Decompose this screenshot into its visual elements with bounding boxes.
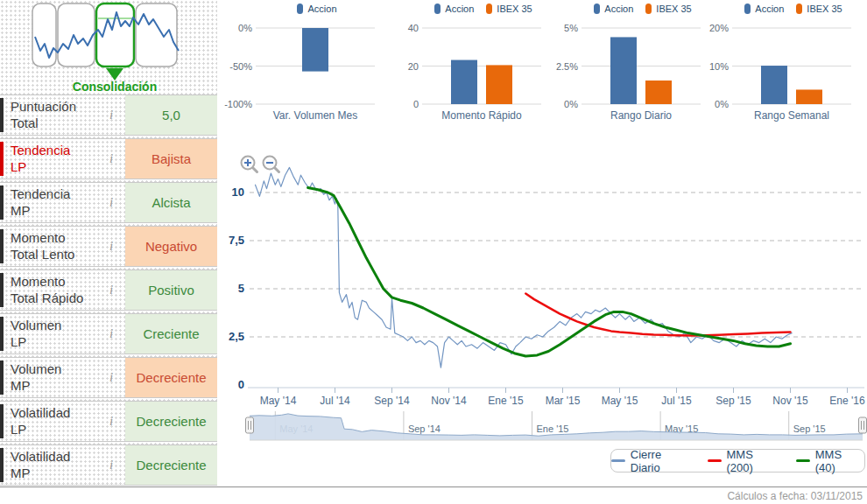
info-icon[interactable]: i bbox=[97, 139, 125, 178]
mms200-line bbox=[525, 294, 790, 336]
mini-chart-plot: 40200Momento Rápido bbox=[391, 16, 546, 124]
y-axis-label: 10 bbox=[232, 186, 244, 199]
sidebar-row-momento-total-lento: Momento Total Lento i Negativo bbox=[0, 226, 217, 267]
info-icon[interactable]: i bbox=[97, 314, 125, 354]
pattern-card-2 bbox=[58, 4, 95, 66]
y-tick-label: 0 bbox=[413, 99, 419, 109]
sidebar-row-volatilidad-mp: Volatilidad MP i Decreciente bbox=[0, 444, 217, 486]
legend-item-accion[interactable]: Accion bbox=[297, 4, 336, 14]
row-value-badge: Negativo bbox=[125, 227, 217, 266]
mini-chart-legend: AccionIBEX 35 bbox=[574, 2, 711, 16]
bar-ibex-35 bbox=[645, 80, 672, 104]
y-tick-label: 0% bbox=[238, 23, 252, 33]
legend-item-accion[interactable]: Accion bbox=[594, 4, 633, 14]
x-axis-label: Jul '14 bbox=[320, 395, 350, 407]
x-axis-label: Nov '15 bbox=[772, 395, 808, 407]
navigator-label: Sep '14 bbox=[408, 424, 441, 434]
mini-chart-title: Rango Semanal bbox=[754, 109, 829, 122]
row-value-badge: Positivo bbox=[125, 270, 217, 310]
navigator-label: Ene '15 bbox=[537, 424, 569, 434]
y-axis-label: 0 bbox=[238, 378, 244, 391]
row-value-badge: Creciente bbox=[125, 314, 217, 354]
main-chart-plot: 107,552,50May '14Jul '14Sep '14Nov '14En… bbox=[223, 149, 867, 411]
x-axis-label: Nov '14 bbox=[431, 395, 467, 407]
legend-marker bbox=[645, 4, 652, 14]
legend-label: Cierre Diario bbox=[631, 448, 694, 474]
legend-marker bbox=[611, 459, 625, 462]
sidebar: Consolidación Puntuación Total i 5,0 Ten… bbox=[0, 0, 217, 486]
x-axis-label: Ene '15 bbox=[488, 395, 524, 407]
x-axis-label: May '15 bbox=[602, 395, 638, 407]
y-tick-label: 0% bbox=[564, 99, 578, 109]
chart-navigator[interactable]: May '14Sep '14Ene '15May '15Sep '15 bbox=[223, 411, 867, 443]
legend-label: IBEX 35 bbox=[497, 4, 532, 14]
legend-item-ibex-35[interactable]: IBEX 35 bbox=[486, 4, 532, 14]
mini-chart-var-volumen-mes: Accion 0%-50%-100%Var. Volumen Mes bbox=[224, 2, 385, 128]
legend-item-accion[interactable]: Accion bbox=[744, 4, 784, 14]
navigator-left-handle[interactable] bbox=[246, 417, 254, 433]
row-value-badge: Decreciente bbox=[125, 402, 217, 441]
navigator-plot: May '14Sep '14Ene '15May '15Sep '15 bbox=[223, 411, 867, 443]
row-value-badge: Decreciente bbox=[125, 358, 217, 397]
info-icon[interactable]: i bbox=[97, 358, 125, 397]
info-icon[interactable]: i bbox=[97, 95, 125, 135]
pattern-cards bbox=[32, 4, 177, 66]
footer-divider bbox=[0, 486, 867, 487]
legend-label: Accion bbox=[755, 4, 784, 14]
legend-item-ibex-35[interactable]: IBEX 35 bbox=[796, 4, 842, 14]
legend-item-accion[interactable]: Accion bbox=[434, 4, 474, 14]
info-icon[interactable]: i bbox=[97, 402, 125, 441]
dashboard-page: Consolidación Puntuación Total i 5,0 Ten… bbox=[0, 0, 867, 504]
row-value-badge: Decreciente bbox=[125, 445, 217, 485]
bar-ibex-35 bbox=[796, 89, 822, 104]
zoom-in-icon[interactable] bbox=[242, 157, 257, 172]
row-value-badge: 5,0 bbox=[125, 95, 217, 135]
y-axis-label: 7,5 bbox=[229, 234, 244, 247]
row-label: Volatilidad LP bbox=[4, 402, 97, 441]
mini-chart-rango-semanal: AccionIBEX 35 20%10%0%Rango Semanal bbox=[701, 2, 862, 128]
mini-chart-rango-diario: AccionIBEX 35 5%2.5%0%Rango Diario bbox=[550, 2, 711, 128]
bar-ibex-35 bbox=[486, 65, 512, 104]
x-axis-label: May '14 bbox=[260, 395, 297, 407]
main-price-chart: 107,552,50May '14Jul '14Sep '14Nov '14En… bbox=[223, 149, 867, 411]
legend-label: IBEX 35 bbox=[807, 4, 842, 14]
info-icon[interactable]: i bbox=[97, 445, 125, 485]
info-icon[interactable]: i bbox=[97, 270, 125, 310]
legend-label: Accion bbox=[604, 4, 633, 14]
navigator-right-handle[interactable] bbox=[859, 417, 867, 433]
sidebar-row-momento-total-r-pido: Momento Total Rápido i Positivo bbox=[0, 270, 217, 311]
info-icon[interactable]: i bbox=[97, 227, 125, 266]
y-tick-label: 10% bbox=[709, 61, 729, 72]
info-icon[interactable]: i bbox=[97, 183, 125, 222]
pattern-pointer-icon bbox=[106, 68, 123, 80]
row-label: Momento Total Rápido bbox=[4, 270, 97, 310]
legend-marker bbox=[297, 4, 303, 14]
legend-marker bbox=[796, 459, 810, 462]
mini-chart-title: Momento Rápido bbox=[441, 109, 522, 122]
legend-marker bbox=[744, 4, 751, 14]
row-label: Volumen LP bbox=[4, 314, 97, 354]
y-tick-label: -100% bbox=[224, 99, 252, 109]
mini-chart-title: Rango Diario bbox=[610, 109, 672, 122]
legend-item-mms-40[interactable]: MMS (40) bbox=[796, 448, 864, 474]
sidebar-row-puntuaci-n-total: Puntuación Total i 5,0 bbox=[0, 94, 217, 136]
row-label: Volatilidad MP bbox=[4, 445, 97, 485]
sidebar-row-tendencia-mp: Tendencia MP i Alcista bbox=[0, 182, 217, 223]
sidebar-row-tendencia-lp: Tendencia LP i Bajista bbox=[0, 138, 217, 179]
legend-item-mms-200[interactable]: MMS (200) bbox=[708, 448, 782, 474]
y-tick-label: 5% bbox=[564, 23, 578, 33]
zoom-out-icon[interactable] bbox=[264, 157, 279, 172]
bar-accion bbox=[302, 28, 328, 72]
mini-chart-legend: AccionIBEX 35 bbox=[725, 2, 862, 16]
sidebar-row-volumen-lp: Volumen LP i Creciente bbox=[0, 313, 217, 354]
legend-item-ibex-35[interactable]: IBEX 35 bbox=[645, 4, 691, 14]
calculation-date: Cálculos a fecha: 03/11/2015 bbox=[727, 490, 863, 502]
mini-chart-legend: AccionIBEX 35 bbox=[415, 2, 552, 16]
row-value-badge: Alcista bbox=[125, 183, 217, 222]
y-tick-label: 20% bbox=[709, 23, 729, 33]
row-label: Volumen MP bbox=[4, 358, 97, 397]
sidebar-row-volumen-mp: Volumen MP i Decreciente bbox=[0, 357, 217, 398]
x-axis-label: Mar '15 bbox=[546, 395, 581, 407]
legend-item-cierre-diario[interactable]: Cierre Diario bbox=[611, 448, 694, 474]
x-axis-label: Sep '14 bbox=[374, 395, 410, 407]
